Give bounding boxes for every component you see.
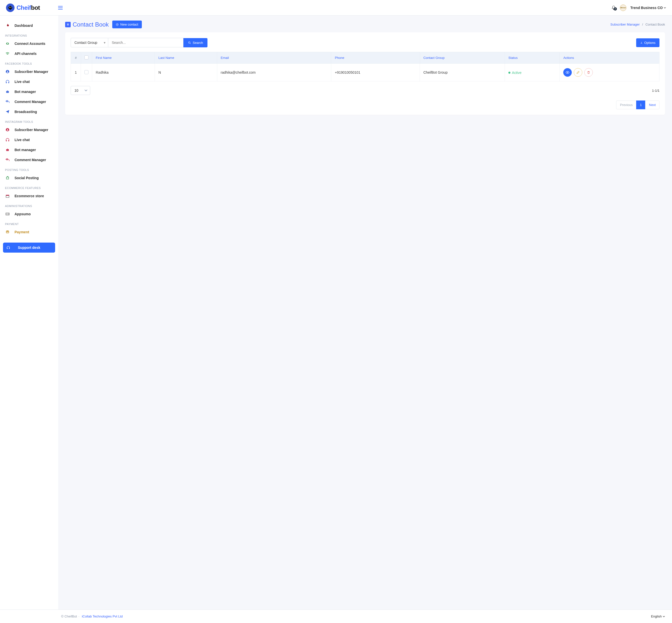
options-button[interactable]: Options xyxy=(636,38,660,47)
support-desk-button[interactable]: Support desk xyxy=(3,243,55,253)
id-card-icon xyxy=(5,211,10,216)
logo-text: Cheifbot xyxy=(17,4,40,11)
support-label: Support desk xyxy=(18,245,40,249)
sidebar-item-ig-bot[interactable]: Bot manager xyxy=(0,145,58,155)
notifications-button[interactable]: 0 xyxy=(611,5,616,10)
button-label: Options xyxy=(644,41,655,44)
col-phone[interactable]: Phone xyxy=(331,52,420,64)
svg-point-4 xyxy=(7,71,8,72)
new-contact-button[interactable]: New contact xyxy=(112,21,142,28)
table-row: 1 Radhika N radhika@cheifbot.com +919010… xyxy=(71,64,660,82)
svg-rect-0 xyxy=(8,5,12,10)
sidebar-item-fb-broadcast[interactable]: Broadcasting xyxy=(0,107,58,117)
sidebar-item-payment[interactable]: Payment xyxy=(0,227,58,237)
cell-num: 1 xyxy=(71,64,81,82)
cell-group: CheifBot Group xyxy=(420,64,505,82)
client-name-label: Trend Business CO xyxy=(631,6,663,10)
page-1[interactable]: 1 xyxy=(636,100,645,109)
logo[interactable]: Cheifbot xyxy=(6,3,58,12)
svg-point-1 xyxy=(9,7,10,7)
language-select[interactable]: English xyxy=(651,615,665,618)
sidebar-item-label: Live chat xyxy=(14,138,30,142)
breadcrumb-current: Contact Book xyxy=(645,23,665,26)
app-header: Cheifbot 0 tBnse Trend Business CO xyxy=(0,0,672,16)
sidebar-item-ig-comment[interactable]: Comment Manager xyxy=(0,155,58,165)
sidebar-item-label: Bot manager xyxy=(14,148,36,152)
search-button[interactable]: Search xyxy=(183,38,208,47)
delete-button[interactable] xyxy=(584,68,593,77)
sidebar-item-connect-accounts[interactable]: Connect Accounts xyxy=(0,38,58,49)
page-next[interactable]: Next xyxy=(645,100,660,109)
footer-company-link[interactable]: iCollab Technologies Pvt Ltd xyxy=(82,615,123,618)
sidebar-item-api-channels[interactable]: API channels xyxy=(0,49,58,59)
sidebar-item-label: Payment xyxy=(14,230,29,234)
link-icon xyxy=(5,41,10,46)
col-first-name[interactable]: First Name xyxy=(92,52,155,64)
search-input[interactable] xyxy=(108,38,183,47)
sidebar-item-label: Social Posting xyxy=(14,176,38,180)
sidebar-item-fb-bot[interactable]: Bot manager xyxy=(0,87,58,97)
pencil-icon xyxy=(576,71,580,74)
sidebar-item-dashboard[interactable]: Dashboard xyxy=(0,21,58,31)
col-last-name[interactable]: Last Name xyxy=(155,52,217,64)
col-email[interactable]: Email xyxy=(217,52,331,64)
sidebar-item-ig-livechat[interactable]: Live chat xyxy=(0,135,58,145)
sidebar-section-integrations: INTEGRATIONS xyxy=(0,31,58,38)
breadcrumb-parent[interactable]: Subscriber Manager xyxy=(610,23,640,26)
contacts-card: Contact Group ▾ Search Options # xyxy=(65,32,665,115)
page-prev[interactable]: Previous xyxy=(616,100,636,109)
status-dot-icon xyxy=(509,72,510,74)
view-button[interactable] xyxy=(563,68,572,77)
svg-point-14 xyxy=(6,214,7,214)
cell-email: radhika@cheifbot.com xyxy=(217,64,331,82)
button-label: Search xyxy=(193,41,203,44)
flame-icon xyxy=(5,23,10,28)
contact-group-select[interactable]: Contact Group ▾ xyxy=(71,38,108,47)
book-icon xyxy=(65,22,71,27)
select-all-checkbox[interactable] xyxy=(85,55,88,59)
eye-icon xyxy=(566,70,570,75)
chevron-down-icon xyxy=(85,89,87,91)
sidebar-item-label: Ecommerce store xyxy=(14,194,44,198)
sidebar-item-fb-comment[interactable]: Comment Manager xyxy=(0,97,58,107)
logo-mark-icon xyxy=(6,3,14,12)
sidebar-item-ig-subscriber[interactable]: Subscriber Manager xyxy=(0,125,58,135)
sidebar-section-ecommerce: ECOMMERCE FEATURES xyxy=(0,183,58,191)
svg-rect-10 xyxy=(6,149,9,151)
sidebar-section-payment: PAYMENT xyxy=(0,219,58,227)
sidebar-item-label: Dashboard xyxy=(14,24,33,28)
headset-icon xyxy=(5,137,10,142)
sidebar-item-label: Subscriber Manager xyxy=(14,70,48,74)
edit-button[interactable] xyxy=(574,68,582,77)
svg-point-11 xyxy=(7,150,7,150)
reply-all-icon xyxy=(5,99,10,104)
sidebar-item-fb-livechat[interactable]: Live chat xyxy=(0,77,58,87)
col-status[interactable]: Status xyxy=(505,52,560,64)
wifi-icon xyxy=(5,51,10,56)
sidebar-item-social-posting[interactable]: Social Posting xyxy=(0,173,58,183)
contacts-table: # First Name Last Name Email Phone Conta… xyxy=(71,52,660,82)
main-content: Contact Book New contact Subscriber Mana… xyxy=(58,16,672,610)
sidebar-item-ecom-store[interactable]: Ecommerce store xyxy=(0,191,58,201)
sidebar-section-admin: ADMINISTRATIONS xyxy=(0,201,58,209)
col-contact-group[interactable]: Contact Group xyxy=(420,52,505,64)
plus-circle-icon xyxy=(116,23,119,26)
col-select-all xyxy=(81,52,92,64)
caret-down-icon: ▾ xyxy=(104,40,105,44)
sidebar-item-appsumo[interactable]: Appsumo xyxy=(0,209,58,219)
footer-copyright: © CheifBot xyxy=(61,615,77,618)
client-menu[interactable]: Trend Business CO xyxy=(631,6,666,10)
cell-phone: +919010050101 xyxy=(331,64,420,82)
sidebar-item-label: API channels xyxy=(14,52,37,56)
notification-count: 0 xyxy=(614,7,617,10)
headset-icon xyxy=(5,79,10,84)
row-checkbox[interactable] xyxy=(85,70,88,74)
button-label: New contact xyxy=(120,23,138,26)
sidebar-item-label: Broadcasting xyxy=(14,110,37,114)
page-size-select[interactable]: 10 xyxy=(71,86,90,95)
cell-status: Active xyxy=(505,64,560,82)
sidebar-item-fb-subscriber[interactable]: Subscriber Manager xyxy=(0,67,58,77)
svg-point-7 xyxy=(8,92,8,92)
language-label: English xyxy=(651,615,662,618)
menu-toggle-icon[interactable] xyxy=(58,6,63,9)
